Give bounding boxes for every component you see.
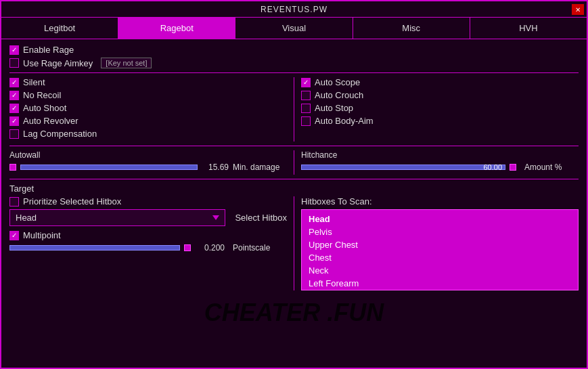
tab-legitbot[interactable]: Legitbot	[1, 18, 118, 39]
hitchance-value: 60.00	[483, 163, 502, 171]
auto-shoot-label: Auto Shoot	[23, 103, 66, 113]
separator-3	[9, 179, 579, 179]
auto-crouch-row: Auto Crouch	[301, 90, 579, 100]
hitchance-slider-track[interactable]: 60.00	[301, 165, 505, 170]
pointscale-desc: Pointscale	[233, 243, 287, 253]
main-window: REVENTUS.PW ✕ Legitbot Ragebot Visual Mi…	[0, 0, 588, 369]
auto-crouch-label: Auto Crouch	[315, 90, 363, 100]
enable-rage-label: Enable Rage	[23, 45, 74, 55]
select-hitbox-label: Select Hitbox	[235, 213, 287, 223]
separator-1	[9, 72, 579, 73]
auto-body-aim-checkbox[interactable]	[301, 116, 311, 126]
key-badge[interactable]: [Key not set]	[101, 58, 152, 68]
prioritize-hitbox-label: Prioritize Selected Hitbox	[23, 196, 121, 207]
lag-compensation-row: Lag Compensation	[9, 129, 287, 139]
hitchance-section: Hitchance 60.00 Amount %	[294, 150, 579, 175]
options-columns: Silent No Recoil Auto Shoot Auto Revolve…	[9, 77, 579, 142]
auto-shoot-row: Auto Shoot	[9, 103, 287, 113]
prioritize-hitbox-row: Prioritize Selected Hitbox	[9, 196, 287, 207]
sliders-row: Autowall 15.69 Min. damage Hitchance	[9, 150, 579, 175]
auto-revolver-label: Auto Revolver	[23, 116, 78, 126]
silent-label: Silent	[23, 77, 45, 87]
auto-stop-label: Auto Stop	[315, 103, 353, 113]
head-dropdown-row: Head Select Hitbox	[9, 209, 287, 226]
use-rage-aimkey-checkbox[interactable]	[9, 58, 19, 68]
autowall-color-swatch	[9, 164, 16, 171]
right-column: Auto Scope Auto Crouch Auto Stop Auto Bo…	[294, 77, 579, 142]
autowall-slider-row: 15.69 Min. damage	[9, 162, 287, 172]
use-rage-aimkey-item: Use Rage Aimkey [Key not set]	[9, 58, 152, 68]
hitchance-desc: Amount %	[524, 162, 579, 172]
head-dropdown[interactable]: Head	[9, 209, 225, 226]
ragebot-content: Enable Rage Use Rage Aimkey [Key not set…	[1, 39, 587, 368]
left-column: Silent No Recoil Auto Shoot Auto Revolve…	[9, 77, 294, 142]
auto-scope-label: Auto Scope	[315, 77, 360, 87]
silent-row: Silent	[9, 77, 287, 87]
window-title: REVENTUS.PW	[261, 5, 327, 14]
tab-bar: Legitbot Ragebot Visual Misc HVH	[1, 18, 587, 39]
multipoint-checkbox[interactable]	[9, 231, 19, 240]
target-left: Prioritize Selected Hitbox Head Select H…	[9, 196, 294, 290]
pointscale-slider-track[interactable]	[9, 245, 180, 251]
target-columns: Prioritize Selected Hitbox Head Select H…	[9, 196, 579, 290]
multipoint-row: Multipoint	[9, 230, 287, 240]
enable-rage-item: Enable Rage	[9, 45, 145, 55]
no-recoil-row: No Recoil	[9, 90, 287, 100]
enable-rage-row: Enable Rage	[9, 45, 579, 55]
tab-visual[interactable]: Visual	[235, 18, 353, 39]
autowall-slider-track[interactable]	[20, 165, 198, 170]
tab-hvh[interactable]: HVH	[470, 18, 587, 39]
tab-misc[interactable]: Misc	[353, 18, 470, 39]
hitchance-slider-row: 60.00 Amount %	[301, 162, 579, 172]
separator-2	[9, 146, 579, 146]
autowall-section: Autowall 15.69 Min. damage	[9, 150, 294, 175]
lag-compensation-checkbox[interactable]	[9, 129, 19, 139]
auto-body-aim-row: Auto Body-Aim	[301, 116, 579, 126]
no-recoil-checkbox[interactable]	[9, 91, 19, 100]
hitbox-item-pelvis[interactable]: Pelvis	[302, 225, 578, 238]
prioritize-hitbox-checkbox[interactable]	[9, 197, 19, 207]
use-rage-aimkey-label: Use Rage Aimkey	[23, 58, 93, 68]
autowall-value: 15.69	[202, 162, 229, 172]
auto-crouch-checkbox[interactable]	[301, 91, 311, 100]
target-label: Target	[9, 183, 579, 194]
auto-scope-row: Auto Scope	[301, 77, 579, 87]
auto-revolver-row: Auto Revolver	[9, 116, 287, 126]
pointscale-color-swatch	[184, 244, 191, 251]
dropdown-arrow-icon	[212, 215, 219, 220]
hitbox-item-right-forearm[interactable]: Right Forearm	[302, 290, 578, 290]
auto-stop-checkbox[interactable]	[301, 104, 311, 113]
tab-ragebot[interactable]: Ragebot	[118, 18, 235, 39]
use-rage-aimkey-row: Use Rage Aimkey [Key not set]	[9, 58, 579, 68]
no-recoil-label: No Recoil	[23, 90, 61, 100]
auto-revolver-checkbox[interactable]	[9, 116, 19, 126]
hitbox-item-neck[interactable]: Neck	[302, 264, 578, 277]
auto-shoot-checkbox[interactable]	[9, 104, 19, 113]
multipoint-label: Multipoint	[23, 230, 61, 240]
titlebar: REVENTUS.PW ✕	[1, 1, 587, 18]
watermark: CHEATER .FUN	[204, 299, 384, 327]
silent-checkbox[interactable]	[9, 78, 19, 87]
head-dropdown-value: Head	[16, 213, 37, 223]
autowall-label: Autowall	[9, 150, 287, 160]
hitchance-color-swatch	[510, 164, 516, 171]
target-right: Hitboxes To Scan: Head Pelvis Upper Ches…	[294, 196, 579, 290]
lag-compensation-label: Lag Compensation	[23, 129, 97, 139]
hitboxes-title: Hitboxes To Scan:	[301, 196, 579, 207]
enable-rage-checkbox[interactable]	[9, 45, 19, 55]
hitbox-item-chest[interactable]: Chest	[302, 251, 578, 264]
auto-scope-checkbox[interactable]	[301, 78, 311, 87]
auto-stop-row: Auto Stop	[301, 103, 579, 113]
autowall-desc: Min. damage	[233, 162, 287, 172]
auto-body-aim-label: Auto Body-Aim	[315, 116, 374, 126]
hitbox-item-upper-chest[interactable]: Upper Chest	[302, 238, 578, 251]
hitboxes-list[interactable]: Head Pelvis Upper Chest Chest Neck Left …	[301, 209, 579, 290]
target-section: Target Prioritize Selected Hitbox Head	[9, 183, 579, 290]
pointscale-value: 0.200	[198, 243, 225, 253]
hitbox-item-left-forearm[interactable]: Left Forearm	[302, 277, 578, 290]
pointscale-slider-row: 0.200 Pointscale	[9, 243, 287, 253]
hitbox-item-head[interactable]: Head	[302, 213, 578, 225]
close-button[interactable]: ✕	[572, 4, 584, 15]
hitchance-label: Hitchance	[301, 150, 579, 160]
